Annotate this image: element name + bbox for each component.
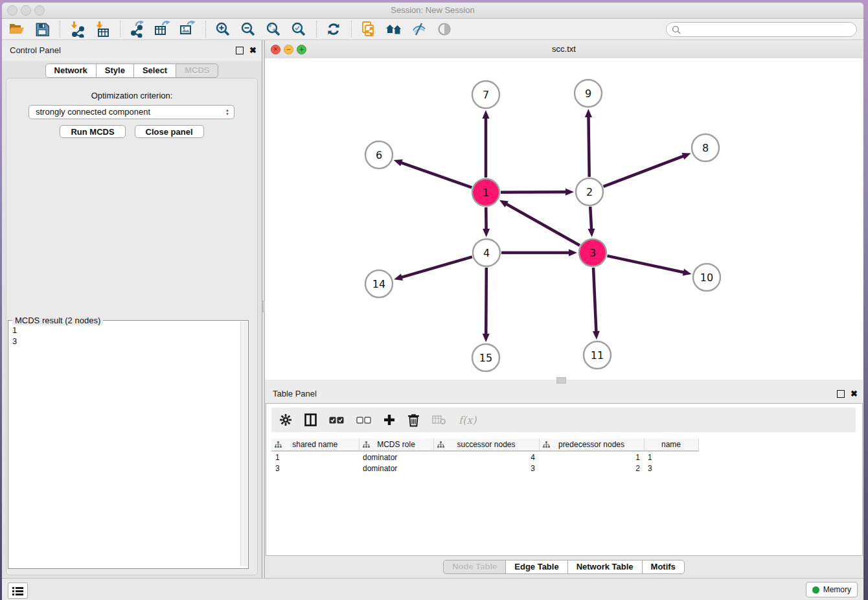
hide-panel-icon[interactable] [409, 20, 429, 38]
graph-node-15[interactable]: 15 [472, 344, 499, 371]
table-cell[interactable]: dominator [359, 463, 433, 474]
graph-edge-4-14[interactable] [399, 257, 472, 278]
duplicate-network-icon[interactable] [359, 20, 378, 38]
task-history-button[interactable] [8, 583, 28, 599]
table-cell[interactable]: 3 [271, 463, 359, 474]
tab-node-table[interactable]: Node Table [443, 560, 506, 574]
graph-edge-1-2[interactable] [501, 192, 569, 192]
list-icon [12, 586, 23, 595]
close-panel-icon[interactable]: ✖ [249, 47, 257, 54]
float-panel-icon[interactable] [236, 47, 244, 54]
table-cell[interactable]: 1 [271, 451, 359, 463]
graph-edge-3-1[interactable] [504, 203, 580, 246]
refresh-icon[interactable] [324, 20, 343, 38]
column-header-MCDS-role[interactable]: MCDS role [359, 439, 433, 451]
zoom-window-icon[interactable] [34, 5, 45, 16]
table-row[interactable]: 3dominator323 [271, 463, 698, 474]
tab-network[interactable]: Network [45, 63, 97, 78]
graph-edge-3-10[interactable] [607, 256, 686, 273]
unselect-all-icon[interactable] [356, 417, 371, 424]
graph-node-7[interactable]: 7 [472, 81, 499, 108]
resize-handle-icon[interactable] [556, 377, 566, 384]
zoom-fit-icon[interactable] [264, 20, 283, 38]
network-canvas[interactable]: 1234678910111415 [265, 58, 863, 380]
add-row-icon[interactable] [383, 414, 395, 426]
delete-row-icon[interactable] [407, 413, 420, 427]
graph-edge-1-6[interactable] [398, 162, 472, 188]
export-table-icon[interactable] [153, 20, 172, 38]
open-file-icon[interactable] [7, 20, 27, 38]
control-panel-tabs: NetworkStyleSelectMCDS [2, 63, 262, 78]
edge-arrowhead-icon [585, 109, 592, 117]
tab-network-table[interactable]: Network Table [567, 560, 643, 574]
search-input[interactable] [666, 22, 857, 37]
export-image-icon[interactable] [178, 20, 198, 38]
graph-edge-4-15[interactable] [486, 268, 486, 337]
table-cell[interactable]: dominator [359, 451, 433, 463]
tab-edge-table[interactable]: Edge Table [505, 560, 567, 574]
column-layout-icon[interactable] [304, 413, 317, 426]
graph-node-8[interactable]: 8 [692, 134, 719, 161]
table-cell[interactable]: 3 [433, 463, 539, 474]
control-panel-header: Control Panel ✖ [2, 40, 262, 61]
zoom-selected-icon[interactable] [289, 20, 308, 38]
graph-edge-2-8[interactable] [604, 155, 687, 186]
column-header-successor-nodes[interactable]: successor nodes [433, 439, 539, 451]
gear-icon[interactable] [279, 413, 292, 426]
minimize-window-icon[interactable] [21, 5, 31, 16]
window-title: Session: New Session [2, 3, 863, 18]
tab-mcds[interactable]: MCDS [176, 63, 218, 78]
graph-node-10[interactable]: 10 [693, 264, 720, 291]
graph-node-2[interactable]: 2 [576, 178, 603, 205]
export-network-icon[interactable] [128, 20, 147, 38]
graph-node-3[interactable]: 3 [579, 239, 606, 266]
result-scrollbar[interactable] [240, 321, 247, 566]
table-cell[interactable]: 3 [644, 463, 698, 474]
graph-node-9[interactable]: 9 [575, 80, 602, 107]
table-cell[interactable]: 4 [433, 451, 539, 463]
zoom-in-icon[interactable] [213, 20, 233, 38]
graph-edge-2-3[interactable] [590, 207, 591, 232]
graph-edge-2-9[interactable] [588, 114, 589, 177]
import-network-icon[interactable] [67, 20, 87, 38]
close-table-panel-icon[interactable]: ✖ [851, 391, 858, 397]
column-header-name[interactable]: name [644, 439, 698, 451]
select-all-icon[interactable] [329, 417, 344, 424]
toolbar-separator [351, 21, 352, 38]
node-table[interactable]: shared nameMCDS rolesuccessor nodesprede… [271, 439, 699, 474]
table-cell[interactable]: 1 [539, 451, 644, 463]
close-window-icon[interactable] [7, 5, 17, 16]
network-minimize-icon[interactable]: − [284, 45, 293, 54]
column-header-predecessor-nodes[interactable]: predecessor nodes [539, 439, 644, 451]
memory-button[interactable]: Memory [806, 582, 858, 597]
home-network-icon[interactable] [384, 20, 404, 38]
edge-arrowhead-icon [569, 249, 577, 257]
mcds-result-text[interactable]: 1 3 [12, 325, 17, 347]
title-bar[interactable]: Session: New Session [2, 3, 863, 19]
table-cell[interactable]: 1 [644, 451, 698, 463]
graph-node-14[interactable]: 14 [365, 270, 393, 297]
save-session-icon[interactable] [32, 20, 52, 38]
graph-node-11[interactable]: 11 [584, 341, 611, 369]
import-table-icon[interactable] [93, 20, 112, 38]
network-zoom-icon[interactable]: + [297, 45, 306, 54]
tab-motifs[interactable]: Motifs [642, 560, 685, 574]
graph-node-6[interactable]: 6 [365, 141, 393, 168]
table-row[interactable]: 1dominator411 [271, 451, 698, 463]
graph-edge-3-11[interactable] [593, 268, 597, 334]
table-cell[interactable]: 2 [539, 463, 644, 474]
network-window-titlebar[interactable]: ✕ − + scc.txt [265, 40, 863, 59]
tab-style[interactable]: Style [96, 63, 134, 78]
toolbar-separator [316, 21, 317, 38]
run-mcds-button[interactable]: Run MCDS [60, 125, 125, 138]
graph-node-4[interactable]: 4 [473, 239, 500, 266]
tab-select[interactable]: Select [133, 63, 176, 78]
float-table-panel-icon[interactable] [837, 390, 845, 398]
node-table-container: f(x) shared nameMCDS rolesuccessor nodes… [266, 403, 863, 556]
network-close-icon[interactable]: ✕ [271, 45, 280, 54]
graph-node-1[interactable]: 1 [472, 179, 499, 206]
close-panel-button[interactable]: Close panel [135, 125, 204, 138]
zoom-out-icon[interactable] [238, 20, 258, 38]
column-header-shared-name[interactable]: shared name [271, 439, 359, 451]
optimization-criterion-select[interactable]: strongly connected component ▲▼ [29, 105, 234, 119]
